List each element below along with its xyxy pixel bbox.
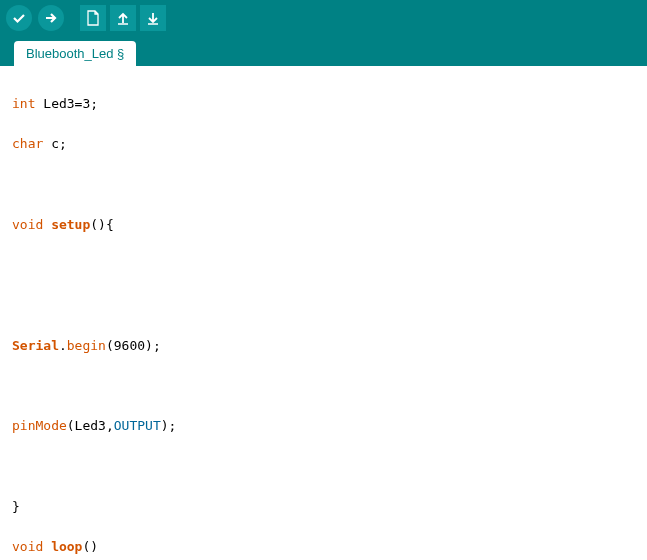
arrow-down-icon (146, 11, 160, 25)
code-line: void loop() (12, 537, 635, 557)
open-button[interactable] (110, 5, 136, 31)
code-line (12, 376, 635, 396)
code-editor[interactable]: int Led3=3; char c; void setup(){ Serial… (0, 66, 647, 560)
code-line (12, 255, 635, 275)
file-buttons (80, 5, 166, 31)
arrow-right-icon (44, 11, 58, 25)
tab-sketch[interactable]: Bluebooth_Led § (14, 41, 136, 66)
new-button[interactable] (80, 5, 106, 31)
toolbar (0, 0, 647, 36)
code-line: char c; (12, 134, 635, 154)
document-icon (86, 10, 100, 26)
code-line (12, 296, 635, 316)
code-line: int Led3=3; (12, 94, 635, 114)
save-button[interactable] (140, 5, 166, 31)
code-line (12, 175, 635, 195)
code-line: pinMode(Led3,OUTPUT); (12, 416, 635, 436)
code-line: void setup(){ (12, 215, 635, 235)
upload-button[interactable] (38, 5, 64, 31)
tab-label: Bluebooth_Led § (26, 46, 124, 61)
code-line: } (12, 497, 635, 517)
code-line: Serial.begin(9600); (12, 336, 635, 356)
verify-button[interactable] (6, 5, 32, 31)
arrow-up-icon (116, 11, 130, 25)
tab-bar: Bluebooth_Led § (0, 36, 647, 66)
code-line (12, 457, 635, 477)
check-icon (12, 11, 26, 25)
